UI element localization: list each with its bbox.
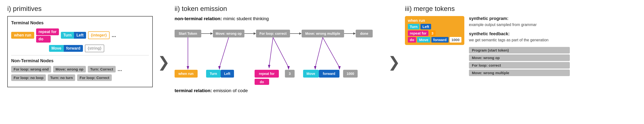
- nt-block-0: For loop: wrong end: [11, 66, 51, 72]
- synth-move: Move: [417, 37, 430, 43]
- nt-block-5: For loop: Correct: [77, 74, 112, 81]
- terminal-relation-label: terminal relation: emission of code: [174, 88, 383, 93]
- svg-text:Move: wrong multiple: Move: wrong multiple: [305, 32, 340, 36]
- svg-marker-23: [268, 65, 270, 69]
- svg-text:Start Token: Start Token: [179, 32, 197, 36]
- repeat-for-container: repeat for do: [36, 28, 59, 43]
- terminal-nodes-title: Terminal Nodes: [11, 21, 149, 26]
- synth-row-3: repeat for 3: [408, 30, 462, 36]
- terminal-node-row-2: Move forward {string}: [11, 45, 149, 52]
- synth-num-1000: 1000: [450, 37, 462, 43]
- nt-block-1: Move: wrong op: [53, 66, 86, 72]
- synth-when-run: when run: [408, 19, 425, 23]
- flow-diagram: Start Token Move: wrong op For loop: cor…: [174, 25, 376, 88]
- section-token-emission: ii) token emission non-terminal relation…: [174, 5, 383, 93]
- non-terminal-row-1: For loop: wrong end Move: wrong op Turn:…: [11, 66, 149, 72]
- synthetic-program-desc: example output sampled from grammar: [469, 22, 570, 28]
- svg-marker-25: [287, 66, 290, 70]
- section-i-title: i) primitives: [7, 5, 153, 13]
- dots-1: ...: [112, 32, 116, 38]
- svg-text:Move: Move: [306, 72, 315, 76]
- main-container: i) primitives Terminal Nodes when run re…: [0, 0, 644, 124]
- section-primitives: i) primitives Terminal Nodes when run re…: [7, 5, 153, 87]
- when-run-block: when run: [11, 32, 34, 39]
- non-terminal-relation-desc: mimic student thinking: [223, 16, 269, 21]
- arrow-2: ❯: [383, 5, 405, 70]
- nt-block-2: Turn: Correct: [88, 66, 116, 72]
- feedback-block-2: For loop: correct: [469, 62, 570, 69]
- move-forward-block: Move forward: [49, 45, 83, 52]
- repeat-for-text: repeat for: [38, 30, 56, 34]
- synth-program-block: when run Turn Left repeat for 3 do: [405, 16, 464, 45]
- do-text: do: [38, 37, 44, 41]
- synthetic-program-label: synthetic program:: [469, 16, 570, 21]
- feedback-block-3: Move: wrong multiple: [469, 70, 570, 76]
- svg-line-22: [269, 37, 273, 66]
- svg-marker-19: [187, 66, 189, 70]
- synth-forward: forward: [431, 37, 448, 43]
- do-block: do: [36, 36, 51, 43]
- svg-text:1000: 1000: [346, 72, 354, 76]
- repeat-for-block: repeat for: [36, 29, 59, 35]
- synth-left: Left: [420, 24, 431, 29]
- left-text: Left: [74, 32, 86, 39]
- svg-text:repeat for: repeat for: [259, 72, 275, 76]
- svg-text:For loop: correct: For loop: correct: [260, 32, 286, 36]
- svg-marker-15: [353, 32, 356, 35]
- nt-block-4: Turn: no turn: [48, 74, 75, 81]
- non-terminal-nodes-title: Non-Terminal Nodes: [11, 58, 149, 63]
- svg-marker-29: [338, 66, 341, 70]
- synth-row-1: when run: [408, 19, 462, 23]
- svg-text:forward: forward: [323, 72, 335, 76]
- svg-line-28: [323, 37, 340, 67]
- svg-text:when run: when run: [178, 72, 194, 76]
- svg-text:done: done: [360, 32, 368, 36]
- section-merge-tokens: iii) merge tokens when run Turn Left: [405, 5, 570, 77]
- dots-2: ...: [118, 66, 122, 72]
- synth-row-2: Turn Left: [408, 24, 462, 29]
- non-terminal-row-2: For loop: no loop Turn: no turn For loop…: [11, 74, 149, 81]
- synth-do: do: [408, 37, 416, 43]
- string-block: {string}: [85, 45, 104, 52]
- synth-repeat-for: repeat for: [408, 30, 428, 36]
- svg-marker-7: [254, 32, 256, 35]
- arrow-2-icon: ❯: [388, 54, 400, 70]
- arrow-1-icon: ❯: [158, 54, 170, 70]
- svg-marker-3: [210, 32, 213, 35]
- forward-text: forward: [64, 45, 83, 52]
- merge-content: when run Turn Left repeat for 3 do: [405, 16, 570, 77]
- svg-text:Move: wrong op: Move: wrong op: [216, 32, 242, 36]
- section-ii-title: ii) token emission: [174, 5, 383, 13]
- turn-left-block: Turn Left: [61, 32, 86, 39]
- svg-text:do: do: [260, 80, 264, 84]
- section-iii-title: iii) merge tokens: [405, 5, 570, 13]
- feedback-block-1: Move: wrong op: [469, 54, 570, 61]
- svg-marker-27: [314, 66, 316, 70]
- svg-text:Turn: Turn: [210, 72, 217, 76]
- terminal-relation-desc: emission of code: [213, 88, 248, 93]
- turn-text: Turn: [61, 32, 74, 39]
- svg-marker-21: [218, 66, 221, 70]
- svg-line-20: [220, 37, 229, 67]
- svg-line-24: [273, 37, 288, 67]
- terminal-node-row-1: when run repeat for do Turn Left {intege…: [11, 28, 149, 43]
- svg-text:Left: Left: [224, 72, 230, 76]
- feedback-block-0: Program (start token): [469, 47, 570, 54]
- arrow-1: ❯: [153, 5, 174, 70]
- non-terminal-relation-label: non-terminal relation: mimic student thi…: [174, 16, 383, 21]
- svg-marker-11: [299, 32, 302, 35]
- synth-row-4: do Move forward 1000: [408, 37, 462, 43]
- feedback-blocks-container: Program (start token) Move: wrong op For…: [469, 47, 570, 76]
- primitives-box: Terminal Nodes when run repeat for do Tu…: [7, 16, 153, 87]
- divider: [11, 55, 149, 55]
- synth-turn: Turn: [408, 24, 420, 29]
- synthetic-feedback-desc: we get semantic tags as part of the gene…: [469, 37, 570, 43]
- flow-svg: Start Token Move: wrong op For loop: cor…: [174, 25, 376, 88]
- synthetic-feedback-label: synthetic feedback:: [469, 31, 570, 37]
- svg-line-26: [315, 37, 323, 67]
- synthetic-program-visual: when run Turn Left repeat for 3 do: [405, 16, 458, 77]
- terminal-relation-bold: terminal relation:: [174, 88, 212, 93]
- nt-block-3: For loop: no loop: [11, 74, 46, 81]
- integer-block: {integer}: [88, 31, 110, 39]
- synth-num-3: 3: [430, 30, 435, 36]
